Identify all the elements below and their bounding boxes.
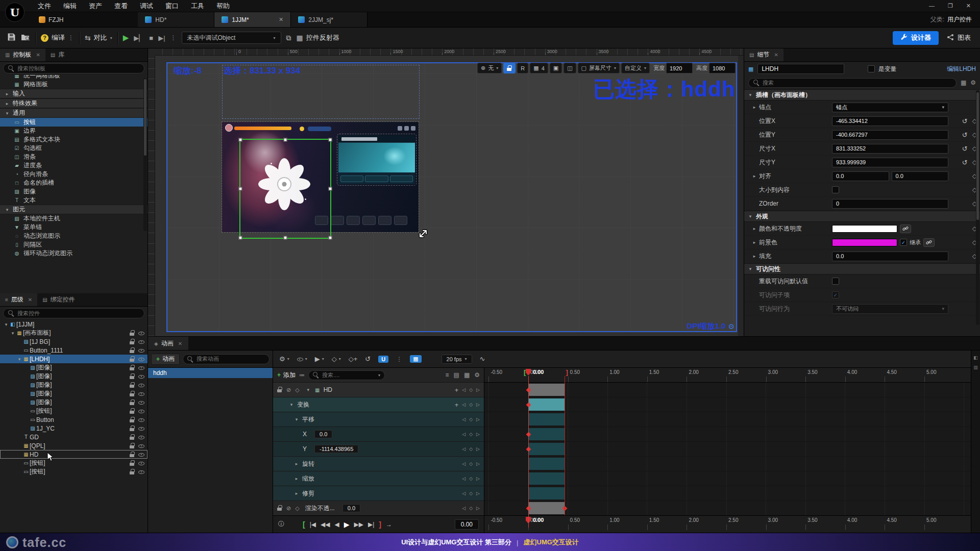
menubar-item[interactable]: 帮助	[210, 0, 236, 12]
dpi-scale[interactable]: DPI缩放1.0 ⚙	[687, 321, 734, 331]
timeline-area[interactable]: -0.500.000.501.001.502.002.503.003.504.0…	[484, 368, 971, 533]
timeline-lane[interactable]	[484, 412, 971, 427]
lock-icon[interactable]	[130, 356, 135, 362]
timeline-ruler-bottom[interactable]: -0.500.000.501.001.502.002.503.003.504.0…	[484, 515, 971, 533]
previous-key-icon[interactable]: ◁	[462, 387, 465, 392]
add-keyframe-icon[interactable]: ◇	[469, 461, 473, 466]
hierarchy-row[interactable]: ▨[1J BG]	[0, 337, 148, 346]
tab-details[interactable]: ▤ 细节 ✕	[744, 48, 783, 61]
reset-to-default-icon[interactable]: ↺	[962, 131, 968, 139]
next-key-icon[interactable]: ▷	[476, 402, 480, 407]
auto-key-icon[interactable]: ↺	[365, 355, 371, 363]
timeline-lane[interactable]	[484, 397, 971, 412]
timeline-ruler-top[interactable]: -0.500.000.501.001.502.002.503.003.504.0…	[484, 368, 971, 383]
add-keyframe-icon[interactable]: ◇	[469, 387, 473, 392]
eye-icon[interactable]	[138, 339, 144, 345]
previous-key-icon[interactable]: ◁	[462, 476, 465, 481]
expander-icon[interactable]: ▾	[288, 402, 295, 407]
graph-mode-button[interactable]: 图表	[947, 33, 971, 42]
number-field[interactable]: -400.667297	[832, 130, 948, 140]
settings-gear-icon[interactable]: ⚙	[474, 371, 480, 379]
link-icon[interactable]	[900, 224, 911, 233]
add-keyframe-icon[interactable]: ◇	[469, 432, 473, 437]
hierarchy-row[interactable]: ▾▦[LHDH]	[0, 355, 148, 363]
hierarchy-row[interactable]: ▦[QPL]	[0, 441, 148, 450]
animation-item[interactable]: hddh	[148, 368, 273, 378]
lock-icon[interactable]	[130, 443, 135, 449]
color-swatch[interactable]	[832, 239, 897, 246]
number-field[interactable]: 933.999939	[832, 158, 948, 167]
timeline-lane[interactable]	[484, 442, 971, 457]
next-key-icon[interactable]: ▷	[476, 446, 480, 452]
palette-category[interactable]: ▸输入	[0, 89, 148, 98]
previous-key-icon[interactable]: ◁	[462, 491, 465, 496]
palette-item[interactable]: ◫滑条	[0, 153, 148, 161]
close-icon[interactable]: ✕	[36, 52, 40, 58]
menubar-item[interactable]: 资产	[83, 0, 108, 12]
reset-to-default-icon[interactable]: ↺	[962, 145, 968, 153]
track-row[interactable]: ▸修剪◁◇▷	[273, 486, 484, 501]
browse-debug-icon[interactable]: ⧉	[286, 34, 291, 42]
curve-editor-icon[interactable]: ∿	[480, 355, 485, 363]
lock-icon[interactable]	[130, 339, 135, 345]
expander-icon[interactable]: ▾	[16, 357, 22, 362]
reset-to-default-icon[interactable]: ↺	[962, 117, 968, 125]
clip-range[interactable]	[528, 458, 565, 470]
details-scrollbar[interactable]	[976, 90, 979, 325]
settings-gear-icon[interactable]: ⚙	[970, 79, 976, 86]
save-icon[interactable]	[7, 33, 16, 43]
go-to-start-icon[interactable]: |◀	[310, 521, 316, 528]
resize-handle[interactable]	[329, 236, 332, 240]
expander-icon[interactable]: ▸	[4, 91, 10, 96]
track-value-field[interactable]: 0.0	[314, 430, 332, 438]
dropdown-field[interactable]: 锚点▾	[832, 103, 948, 112]
gear-icon[interactable]: ⚙	[728, 322, 734, 331]
palette-item[interactable]: ▧本地控件主机	[0, 214, 148, 223]
playback-options-icon[interactable]: ▶▾	[315, 355, 324, 363]
palette-item[interactable]: ▼菜单锚	[0, 223, 148, 232]
next-key-icon[interactable]: ▷	[476, 461, 480, 466]
previous-key-icon[interactable]: ◁	[462, 461, 465, 466]
list-view-icon[interactable]: ≡	[446, 371, 449, 379]
mute-icon[interactable]: ⊘	[286, 505, 291, 512]
link-icon[interactable]	[923, 238, 935, 247]
clip-range[interactable]	[528, 384, 565, 396]
track-row[interactable]: Y-1114.438965◁◇▷	[273, 442, 484, 457]
checkbox[interactable]: ✓	[832, 291, 839, 298]
playback-end-bracket[interactable]: ]	[566, 368, 568, 376]
previous-key-icon[interactable]: ◁	[462, 402, 465, 407]
lock-icon[interactable]	[277, 387, 282, 393]
hierarchy-row[interactable]: ▭[按钮]	[0, 459, 148, 467]
eye-icon[interactable]	[138, 365, 144, 371]
add-section-icon[interactable]: +	[455, 401, 459, 409]
palette-search-input[interactable]: 搜索控制板	[3, 63, 144, 73]
play-button[interactable]: ▶	[123, 33, 129, 42]
expander-icon[interactable]: ▾	[747, 92, 753, 97]
hierarchy-row[interactable]: ▨1J_YC	[0, 424, 148, 433]
lock-icon[interactable]	[130, 382, 135, 388]
menubar-item[interactable]: 调试	[134, 0, 159, 12]
minimize-icon[interactable]: —	[929, 3, 935, 9]
goto-time-icon[interactable]: →	[386, 521, 392, 528]
palette-item[interactable]: ▰进度条	[0, 161, 148, 170]
details-search-input[interactable]: 搜索	[748, 78, 957, 88]
widget-reflector-button[interactable]: ▦ 控件反射器	[297, 33, 339, 42]
track-value-field[interactable]: -1114.438965	[314, 445, 358, 453]
checkbox[interactable]	[832, 278, 839, 285]
palette-item[interactable]: ◔径向滑条	[0, 170, 148, 179]
previous-key-icon[interactable]: ◁	[462, 506, 465, 511]
palette-item[interactable]: ◍循环动态浏览图示	[0, 249, 148, 258]
expander-icon[interactable]: ▾	[293, 417, 300, 422]
project-tab[interactable]: FZJH	[32, 12, 70, 27]
close-icon[interactable]: ✕	[28, 297, 32, 303]
track-row[interactable]: ⊘◇▾▦HD+◁◇▷	[273, 383, 484, 397]
checkbox[interactable]	[832, 186, 839, 193]
track-row[interactable]: X0.0◁◇▷	[273, 427, 484, 442]
info-icon[interactable]: ⓘ	[278, 520, 284, 529]
expander-icon[interactable]: ▾	[3, 322, 9, 327]
document-tab[interactable]: HD*	[138, 12, 214, 27]
resize-handle[interactable]	[284, 236, 287, 240]
eye-icon[interactable]	[138, 391, 144, 397]
previous-key-icon[interactable]: ◁	[462, 446, 465, 452]
hierarchy-row[interactable]: ▭[按钮]	[0, 407, 148, 415]
